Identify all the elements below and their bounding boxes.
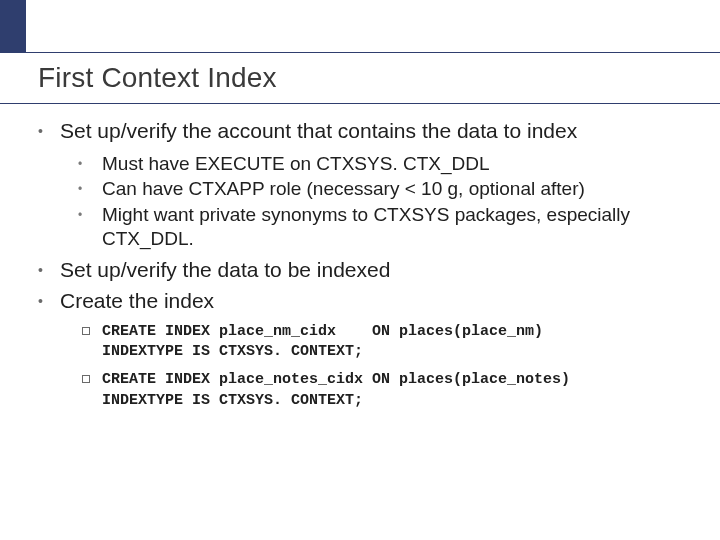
bullet-lvl2: Might want private synonyms to CTXSYS pa… [78, 203, 684, 251]
slide-body: Set up/verify the account that contains … [38, 118, 684, 419]
bullet-text: Must have EXECUTE on CTXSYS. CTX_DDL [102, 153, 490, 174]
bullet-list-lvl2: Must have EXECUTE on CTXSYS. CTX_DDL Can… [60, 152, 684, 251]
bullet-lvl1: Set up/verify the account that contains … [38, 118, 684, 251]
bullet-text: Can have CTXAPP role (necessary < 10 g, … [102, 178, 585, 199]
bullet-text: Set up/verify the data to be indexed [60, 258, 390, 281]
bullet-text: Set up/verify the account that contains … [60, 119, 577, 142]
corner-accent [0, 0, 26, 52]
bullet-list-lvl3: CREATE INDEX place_nm_cidx ON places(pla… [60, 322, 684, 411]
bullet-text: Create the index [60, 289, 214, 312]
code-block: CREATE INDEX place_notes_cidx ON places(… [80, 370, 684, 411]
code-block: CREATE INDEX place_nm_cidx ON places(pla… [80, 322, 684, 363]
title-bar: First Context Index [0, 52, 720, 104]
slide-title: First Context Index [38, 62, 277, 94]
bullet-lvl1: Set up/verify the data to be indexed [38, 257, 684, 283]
bullet-lvl1: Create the index CREATE INDEX place_nm_c… [38, 288, 684, 411]
slide: First Context Index Set up/verify the ac… [0, 0, 720, 540]
bullet-lvl2: Must have EXECUTE on CTXSYS. CTX_DDL [78, 152, 684, 176]
bullet-list-lvl1: Set up/verify the account that contains … [38, 118, 684, 411]
bullet-text: Might want private synonyms to CTXSYS pa… [102, 204, 630, 249]
bullet-lvl2: Can have CTXAPP role (necessary < 10 g, … [78, 177, 684, 201]
